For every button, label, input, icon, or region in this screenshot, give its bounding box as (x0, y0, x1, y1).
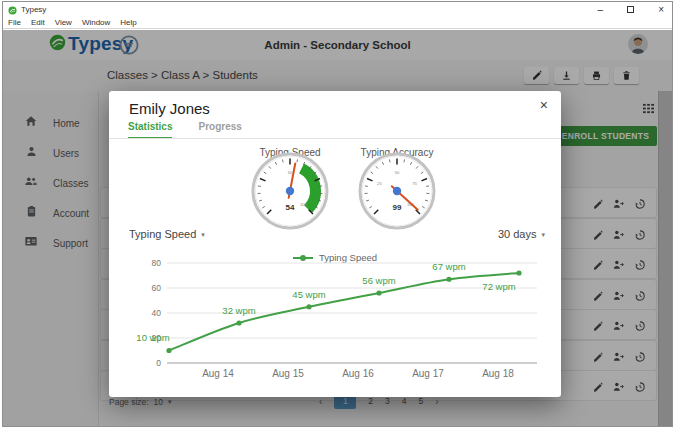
maximize-icon (627, 6, 634, 13)
tab-divider (109, 138, 561, 139)
svg-text:Aug 14: Aug 14 (202, 368, 234, 379)
svg-text:100: 100 (300, 202, 308, 207)
close-window-button[interactable]: × (658, 2, 664, 17)
svg-text:45 wpm: 45 wpm (292, 289, 325, 300)
maximize-button[interactable] (627, 2, 634, 17)
app-logo-icon (8, 1, 17, 19)
svg-text:80: 80 (152, 258, 162, 268)
svg-text:56 wpm: 56 wpm (362, 275, 395, 286)
typing-accuracy-gauge: 25507510099 (357, 151, 437, 231)
svg-text:Aug 16: Aug 16 (342, 368, 374, 379)
minimize-button[interactable]: – (598, 2, 604, 17)
menu-item-view[interactable]: View (55, 18, 72, 27)
svg-text:40: 40 (152, 308, 162, 318)
student-stats-modal: Emily Jones × Statistics Progress Typing… (109, 91, 561, 397)
svg-text:67 wpm: 67 wpm (432, 261, 465, 272)
menu-item-help[interactable]: Help (120, 18, 136, 27)
svg-text:32 wpm: 32 wpm (222, 305, 255, 316)
svg-text:0: 0 (156, 358, 161, 368)
svg-text:54: 54 (286, 203, 295, 212)
metric-dropdown[interactable]: Typing Speed (129, 228, 205, 240)
tab-statistics[interactable]: Statistics (128, 121, 172, 139)
svg-text:72 wpm: 72 wpm (482, 281, 515, 292)
student-name-title: Emily Jones (129, 100, 210, 117)
svg-text:75: 75 (412, 181, 417, 186)
typing-speed-gauge: 5010054 (250, 151, 330, 231)
svg-text:Aug 18: Aug 18 (482, 368, 514, 379)
svg-text:50: 50 (395, 170, 400, 175)
menu-bar: FileEditViewWindowHelp (3, 17, 672, 29)
svg-text:60: 60 (152, 283, 162, 293)
menu-item-file[interactable]: File (8, 18, 21, 27)
title-bar: Typesy – × (3, 2, 672, 17)
svg-text:Aug 15: Aug 15 (272, 368, 304, 379)
svg-text:50: 50 (288, 170, 293, 175)
svg-text:99: 99 (393, 203, 402, 212)
menu-item-window[interactable]: Window (82, 18, 110, 27)
app-window: Typesy – × FileEditViewWindowHelp Typesy… (2, 1, 673, 427)
tab-progress[interactable]: Progress (198, 121, 241, 139)
svg-text:25: 25 (377, 181, 382, 186)
modal-tabs: Statistics Progress (128, 121, 242, 139)
window-title: Typesy (21, 5, 46, 14)
svg-text:Aug 17: Aug 17 (412, 368, 444, 379)
close-modal-button[interactable]: × (540, 97, 548, 113)
menu-item-edit[interactable]: Edit (31, 18, 45, 27)
date-range-dropdown[interactable]: 30 days (498, 228, 545, 240)
typing-speed-chart: 020406080Aug 14Aug 15Aug 16Aug 17Aug 181… (127, 258, 547, 384)
svg-text:10 wpm: 10 wpm (136, 332, 169, 343)
